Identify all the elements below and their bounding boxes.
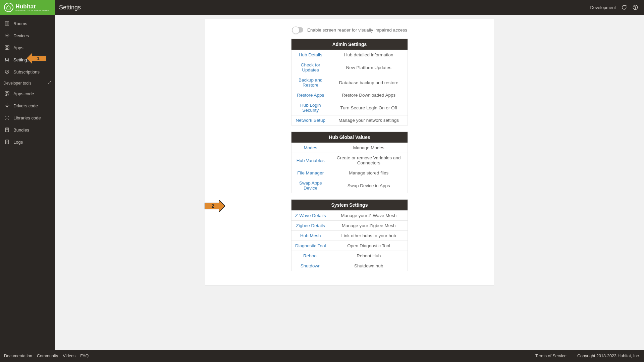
subscriptions-icon [4,69,10,75]
table-row: Hub MeshLink other hubs to your hub [291,231,408,241]
svg-point-16 [6,105,8,106]
callout-arrow-2: 2 [204,200,225,212]
svg-point-9 [5,59,6,60]
shutdown-link[interactable]: Shutdown [301,263,321,268]
footer-copyright: Copyright 2018-2023 Hubitat, Inc. [577,354,640,358]
reboot-link[interactable]: Reboot [303,253,318,258]
developer-tools-header[interactable]: Developer tools [0,78,55,88]
admin-settings-header: Admin Settings [291,39,408,50]
sidebar-item-label: Drivers code [13,103,38,108]
collapse-icon[interactable] [48,81,52,86]
topbar: Hubitat ELEVATE YOUR ENVIRONMENT Setting… [0,0,644,15]
zigbee-details-link[interactable]: Zigbee Details [296,223,325,228]
backup-restore-link[interactable]: Backup and Restore [299,77,322,88]
svg-rect-8 [7,48,9,50]
logo-tagline: ELEVATE YOUR ENVIRONMENT [15,9,51,11]
row-desc: Link other hubs to your hub [330,231,408,241]
sidebar-item-apps-code[interactable]: Apps code [0,88,55,100]
diagnostic-tool-link[interactable]: Diagnostic Tool [295,243,326,248]
table-row: RebootReboot Hub [291,251,408,261]
hub-mesh-link[interactable]: Hub Mesh [300,233,321,238]
zwave-details-link[interactable]: Z-Wave Details [295,213,326,218]
svg-rect-3 [7,22,9,25]
drivers-code-icon [4,103,10,109]
table-row: Network SetupManage your network setting… [291,115,408,125]
svg-point-1 [635,8,635,9]
env-label: Development [590,5,616,10]
network-setup-link[interactable]: Network Setup [296,118,325,123]
svg-rect-5 [5,46,7,47]
table-row: ShutdownShutdown hub [291,261,408,271]
settings-card: Enable screen reader for visually impair… [205,19,494,286]
sidebar-item-rooms[interactable]: Rooms [0,17,55,30]
settings-icon [4,57,10,63]
sidebar-item-label: Rooms [13,21,27,26]
svg-point-10 [7,60,8,61]
file-manager-link[interactable]: File Manager [297,170,324,175]
swap-apps-device-link[interactable]: Swap Apps Device [299,180,322,191]
table-row: Backup and RestoreDatabase backup and re… [291,75,408,90]
screen-reader-toggle[interactable] [292,27,303,33]
sidebar-item-label: Apps [13,45,23,50]
topbar-right: Development [590,4,644,11]
logo-name: Hubitat [15,4,51,9]
row-desc: New Platform Updates [330,60,408,75]
check-updates-link[interactable]: Check for Updates [301,62,320,72]
apps-code-icon [4,91,10,97]
footer-community-link[interactable]: Community [37,354,58,358]
row-desc: Manage your Zigbee Mesh [330,221,408,231]
row-desc: Manage Modes [330,143,408,153]
row-desc: Open Diagnostic Tool [330,241,408,251]
sidebar-item-devices[interactable]: Devices [0,30,55,42]
sidebar-item-libraries-code[interactable]: Libraries code [0,112,55,124]
libraries-code-icon [4,115,10,121]
svg-rect-6 [7,46,9,47]
sidebar-item-bundles[interactable]: Bundles [0,124,55,136]
table-row: Z-Wave DetailsManage your Z-Wave Mesh [291,211,408,221]
table-row: Hub DetailsHub detailed information [291,50,408,60]
table-row: Zigbee DetailsManage your Zigbee Mesh [291,221,408,231]
footer: Documentation Community Videos FAQ Terms… [0,350,644,362]
footer-videos-link[interactable]: Videos [63,354,75,358]
svg-rect-13 [5,92,7,93]
table-row: Swap Apps DeviceSwap Device in Apps [291,178,408,193]
footer-terms-link[interactable]: Terms of Service [535,354,567,358]
logo-text: Hubitat ELEVATE YOUR ENVIRONMENT [15,4,51,11]
sidebar: Rooms Devices Apps Settings Subscription… [0,15,55,350]
svg-rect-2 [5,22,7,25]
hub-details-link[interactable]: Hub Details [299,52,322,57]
bundles-icon [4,127,10,133]
modes-link[interactable]: Modes [304,145,317,150]
sidebar-item-drivers-code[interactable]: Drivers code [0,100,55,112]
row-desc: Reboot Hub [330,251,408,261]
hub-variables-link[interactable]: Hub Variables [297,158,325,163]
sidebar-item-label: Devices [13,33,29,38]
hub-login-security-link[interactable]: Hub Login Security [300,103,321,113]
hub-global-values-header: Hub Global Values [291,132,408,143]
sidebar-item-subscriptions[interactable]: Subscriptions [0,66,55,78]
page-title: Settings [59,4,81,11]
hub-global-values-table: Hub Global Values ModesManage Modes Hub … [291,132,408,193]
table-row: Restore AppsRestore Downloaded Apps [291,90,408,100]
row-desc: Manage your network settings [330,115,408,125]
logo[interactable]: Hubitat ELEVATE YOUR ENVIRONMENT [0,0,55,15]
table-row: ModesManage Modes [291,143,408,153]
footer-faq-link[interactable]: FAQ [80,354,89,358]
row-desc: Create or remove Variables and Connector… [330,153,408,168]
row-desc: Turn Secure Login On or Off [330,100,408,115]
sidebar-item-label: Bundles [13,127,29,133]
svg-text:1: 1 [37,56,40,61]
admin-settings-table: Admin Settings Hub DetailsHub detailed i… [291,39,408,125]
sidebar-item-logs[interactable]: Logs [0,136,55,148]
rooms-icon [4,20,10,27]
table-row: File ManagerManage stored files [291,168,408,178]
help-icon[interactable] [632,4,639,11]
sidebar-item-apps[interactable]: Apps [0,42,55,54]
table-row: Diagnostic ToolOpen Diagnostic Tool [291,241,408,251]
svg-point-4 [6,35,8,36]
restore-apps-link[interactable]: Restore Apps [297,93,324,98]
footer-documentation-link[interactable]: Documentation [4,354,32,358]
chat-icon[interactable] [621,4,627,11]
svg-rect-7 [5,48,7,50]
row-desc: Manage stored files [330,168,408,178]
